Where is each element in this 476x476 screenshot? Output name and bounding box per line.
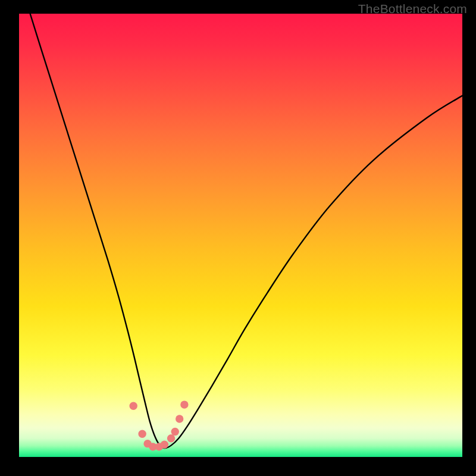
highlight-dot — [138, 430, 146, 438]
outer-frame: TheBottleneck.com — [0, 0, 476, 476]
gradient-background — [19, 14, 462, 457]
chart-svg — [19, 14, 462, 457]
plot-area — [19, 14, 462, 457]
highlight-dot — [176, 415, 183, 422]
watermark-text: TheBottleneck.com — [358, 2, 467, 16]
highlight-dot — [167, 434, 175, 442]
highlight-dot — [171, 428, 179, 436]
highlight-dot — [161, 440, 168, 448]
highlight-dot — [180, 400, 188, 408]
highlight-dot — [130, 402, 137, 410]
